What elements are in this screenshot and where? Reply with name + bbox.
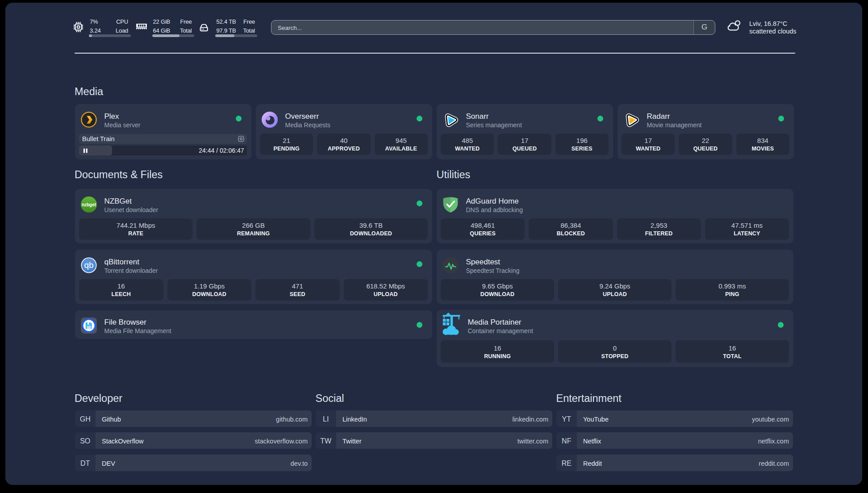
svg-text:nzbget: nzbget: [81, 202, 96, 207]
svg-text:qb: qb: [84, 260, 93, 270]
